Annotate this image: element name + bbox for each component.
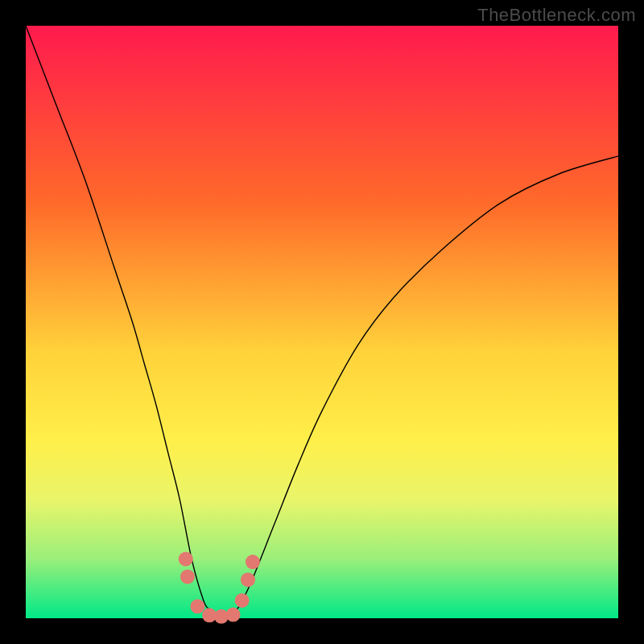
bottleneck-curve xyxy=(26,26,618,615)
valley-dot xyxy=(226,608,241,622)
valley-dot xyxy=(179,551,193,566)
valley-dot xyxy=(180,569,195,584)
watermark-text: TheBottleneck.com xyxy=(477,5,636,26)
valley-dot xyxy=(235,593,250,608)
valley-dot xyxy=(190,599,204,613)
chart-frame: TheBottleneck.com xyxy=(0,0,644,644)
chart-svg xyxy=(26,26,618,618)
valley-dot xyxy=(241,572,255,587)
valley-dot xyxy=(246,555,260,569)
valley-dots-group xyxy=(179,551,260,623)
plot-area xyxy=(26,26,618,618)
